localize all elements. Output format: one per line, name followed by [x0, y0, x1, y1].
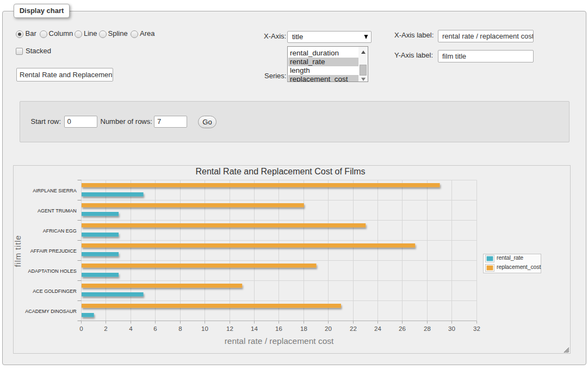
svg-text:14: 14	[251, 325, 258, 332]
svg-text:12: 12	[226, 325, 233, 332]
svg-text:32: 32	[473, 325, 480, 332]
svg-text:4: 4	[129, 325, 133, 332]
svg-text:AIRPLANE SIERRA: AIRPLANE SIERRA	[33, 188, 77, 193]
svg-text:20: 20	[325, 325, 332, 332]
svg-text:ADAPTATION HOLES: ADAPTATION HOLES	[28, 268, 77, 274]
svg-text:30: 30	[448, 325, 455, 332]
svg-text:ACADEMY DINOSAUR: ACADEMY DINOSAUR	[25, 309, 77, 314]
svg-text:AGENT TRUMAN: AGENT TRUMAN	[38, 208, 77, 214]
svg-text:2: 2	[104, 325, 107, 332]
svg-text:AFRICAN EGG: AFRICAN EGG	[43, 228, 77, 234]
svg-text:film title: film title	[13, 235, 22, 267]
svg-text:18: 18	[300, 325, 307, 332]
svg-text:28: 28	[424, 325, 431, 332]
svg-text:replacement_cost: replacement_cost	[497, 264, 541, 270]
svg-text:ACE GOLDFINGER: ACE GOLDFINGER	[33, 289, 77, 294]
svg-text:26: 26	[399, 325, 406, 332]
svg-text:6: 6	[153, 325, 157, 332]
svg-text:0: 0	[79, 325, 83, 332]
svg-text:24: 24	[374, 325, 381, 332]
svg-text:Rental Rate and Replacement Co: Rental Rate and Replacement Cost of Film…	[195, 167, 365, 176]
svg-text:AFFAIR PREJUDICE: AFFAIR PREJUDICE	[30, 248, 77, 254]
svg-text:16: 16	[275, 325, 282, 332]
svg-text:rental_rate: rental_rate	[497, 254, 523, 261]
svg-text:22: 22	[350, 325, 357, 332]
svg-text:8: 8	[178, 325, 182, 332]
svg-text:10: 10	[201, 325, 208, 332]
svg-text:rental rate / replacement cost: rental rate / replacement cost	[225, 336, 334, 346]
